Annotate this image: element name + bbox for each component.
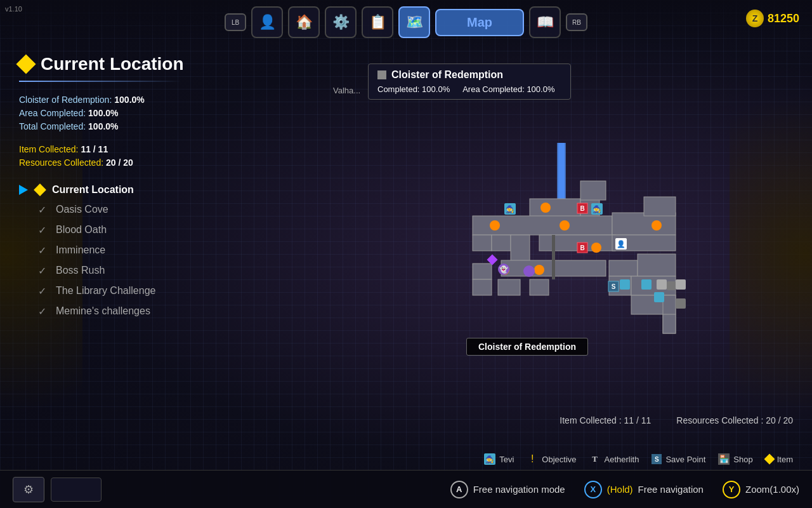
- map-legend: 🧙 Tevi ! Objective T Aetherlith S Save P…: [279, 453, 812, 465]
- ctrl-x-key[interactable]: X: [584, 481, 602, 498]
- svg-rect-4: [580, 181, 606, 200]
- list-item-boss[interactable]: ✓ Boss Rush: [19, 260, 247, 281]
- equipment-button[interactable]: ⚙️: [325, 6, 357, 38]
- check-icon-imminence: ✓: [36, 244, 48, 257]
- diamond-icon: [16, 54, 36, 74]
- ctrl-x-label: Free navigation: [638, 484, 704, 495]
- svg-rect-7: [644, 197, 676, 216]
- codex-button[interactable]: 📖: [529, 6, 561, 38]
- ctrl-y-key[interactable]: Y: [723, 481, 740, 498]
- collected-info-bar: Item Collected : 11 / 11 Resources Colle…: [279, 415, 812, 425]
- currency-icon: Z: [746, 10, 764, 27]
- svg-rect-55: [654, 292, 664, 302]
- svg-text:S: S: [612, 283, 616, 290]
- check-icon-library: ✓: [36, 284, 48, 297]
- svg-rect-50: [667, 281, 676, 290]
- svg-rect-49: [676, 279, 686, 290]
- svg-point-28: [560, 220, 570, 231]
- list-item-memine-label: Memine's challenges: [56, 305, 150, 317]
- svg-rect-24: [663, 314, 676, 333]
- item-legend-icon: [764, 454, 775, 465]
- list-item-boss-label: Boss Rush: [56, 265, 105, 276]
- svg-point-32: [652, 220, 662, 231]
- items-stat: Item Collected: 11 / 11: [19, 144, 247, 154]
- ctrl-y-item: Y Zoom(1.00x): [723, 481, 799, 498]
- currency-display: Z 81250: [746, 10, 799, 27]
- version-label: v1.10: [5, 5, 22, 13]
- location-list: Current Location ✓ Oasis Cove ✓ Blood Oa…: [19, 180, 247, 321]
- left-panel: Current Location Cloister of Redemption:…: [0, 44, 266, 470]
- list-item-imminence-label: Imminence: [56, 244, 105, 256]
- svg-point-26: [540, 203, 551, 213]
- list-item-library-label: The Library Challenge: [56, 285, 155, 297]
- svg-rect-17: [473, 279, 492, 295]
- svg-rect-16: [638, 254, 676, 276]
- tooltip-completed: Completed: 100.0%: [377, 84, 450, 94]
- cloister-stat: Cloister of Redemption: 100.0%: [19, 95, 247, 105]
- legend-objective: ! Objective: [527, 453, 576, 465]
- dungeon-map-container[interactable]: B B S 🧙 🧙 👤 👻: [409, 105, 676, 391]
- resources-value: 20 / 20: [106, 157, 133, 168]
- legend-save: S Save Point: [652, 454, 705, 464]
- check-icon-memine: ✓: [36, 305, 48, 318]
- tooltip-name: Cloister of Redemption: [391, 69, 503, 81]
- svg-text:🧙: 🧙: [593, 204, 601, 213]
- ctrl-a-item: A Free navigation mode: [450, 481, 565, 498]
- bottom-bar: ⚙ A Free navigation mode X (Hold) Free n…: [0, 470, 812, 508]
- active-diamond-icon: [34, 184, 46, 196]
- svg-rect-19: [530, 279, 549, 295]
- tooltip-title: Cloister of Redemption: [377, 69, 561, 81]
- rb-button[interactable]: RB: [566, 13, 587, 31]
- shop-label: Shop: [733, 455, 752, 464]
- ctrl-a-key[interactable]: A: [450, 481, 468, 498]
- tooltip-square-icon: [377, 70, 386, 79]
- map-tooltip: Cloister of Redemption Completed: 100.0%…: [368, 64, 571, 100]
- svg-text:🧙: 🧙: [506, 204, 514, 213]
- tooltip-stats: Completed: 100.0% Area Completed: 100.0%: [377, 84, 561, 94]
- svg-rect-25: [552, 235, 555, 279]
- map-area[interactable]: Cloister of Redemption Completed: 100.0%…: [273, 44, 812, 470]
- svg-rect-8: [473, 235, 492, 251]
- character-button[interactable]: 👤: [251, 6, 283, 38]
- area-label: Area Completed:: [19, 108, 86, 118]
- list-item-library[interactable]: ✓ The Library Challenge: [19, 281, 247, 301]
- ctrl-x-item: X (Hold) Free navigation: [584, 481, 704, 498]
- shop-legend-icon: 🏪: [718, 453, 730, 465]
- svg-rect-9: [492, 235, 511, 251]
- svg-rect-10: [511, 235, 530, 264]
- map-button[interactable]: 🗺️: [398, 6, 430, 38]
- list-item-imminence[interactable]: ✓ Imminence: [19, 240, 247, 260]
- list-item-oasis[interactable]: ✓ Oasis Cove: [19, 199, 247, 220]
- list-item-current[interactable]: Current Location: [19, 180, 247, 199]
- quest-button[interactable]: 📋: [362, 6, 393, 38]
- map-title: Map: [435, 9, 524, 36]
- save-label: Save Point: [665, 455, 705, 464]
- svg-rect-51: [676, 298, 686, 309]
- list-item-blood[interactable]: ✓ Blood Oath: [19, 220, 247, 240]
- list-item-oasis-label: Oasis Cove: [56, 204, 108, 215]
- settings-button[interactable]: ⚙: [13, 477, 44, 502]
- bottom-empty-slot: [51, 478, 102, 502]
- check-icon-blood: ✓: [36, 224, 48, 236]
- items-value: 11 / 11: [81, 144, 108, 154]
- nav-buttons: LB 👤 🏠 ⚙️ 📋 🗺️ Map 📖 RB: [225, 6, 587, 38]
- check-icon-oasis: ✓: [36, 203, 48, 216]
- resources-label: Resources Collected:: [19, 157, 103, 168]
- tooltip-area: Area Completed: 100.0%: [462, 84, 554, 94]
- total-value: 100.0%: [88, 121, 118, 131]
- lb-button[interactable]: LB: [225, 13, 246, 31]
- resources-stat: Resources Collected: 20 / 20: [19, 157, 247, 168]
- tevi-legend-icon: 🧙: [484, 453, 495, 465]
- skills-button[interactable]: 🏠: [288, 6, 320, 38]
- svg-rect-18: [498, 279, 520, 295]
- list-item-memine[interactable]: ✓ Memine's challenges: [19, 301, 247, 321]
- stats-section: Cloister of Redemption: 100.0% Area Comp…: [19, 95, 247, 131]
- ctrl-y-label: Zoom(1.00x): [745, 484, 799, 495]
- legend-tevi: 🧙 Tevi: [484, 453, 514, 465]
- cloister-value: 100.0%: [114, 95, 144, 105]
- dungeon-map-svg: B B S 🧙 🧙 👤 👻: [441, 143, 707, 371]
- play-icon: [19, 185, 28, 195]
- bottom-settings: ⚙: [13, 477, 102, 502]
- svg-point-27: [490, 220, 500, 231]
- area-stat: Area Completed: 100.0%: [19, 108, 247, 118]
